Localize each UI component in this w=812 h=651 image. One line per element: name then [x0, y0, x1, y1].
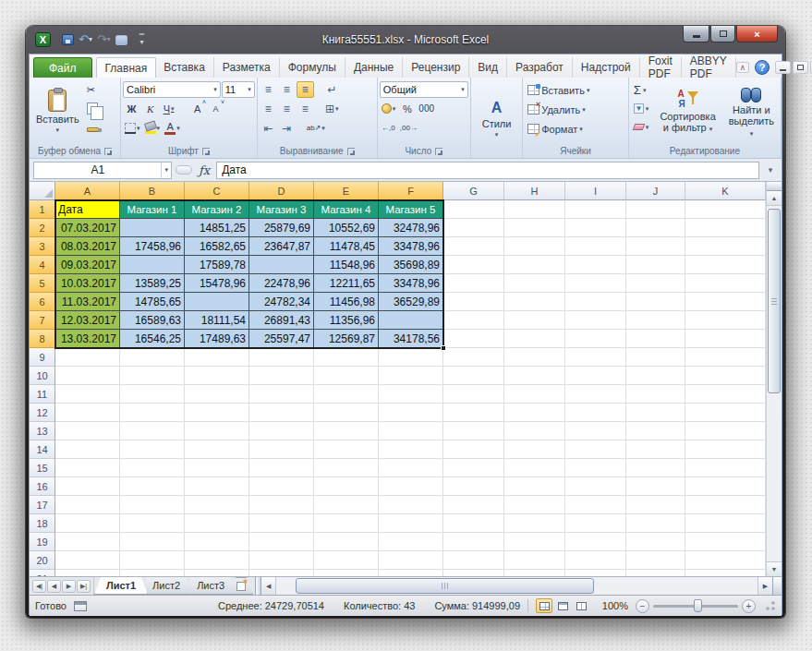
merge-center-button[interactable]: ⊞▾	[323, 101, 341, 117]
cell[interactable]	[626, 385, 685, 404]
scrollbar-end-splitter[interactable]	[772, 577, 782, 595]
cell[interactable]	[314, 551, 379, 570]
ribbon-tab[interactable]: Вид	[469, 57, 507, 78]
cell[interactable]: 11456,98	[314, 293, 379, 311]
cell[interactable]: 10552,69	[314, 219, 379, 237]
column-header[interactable]: G	[443, 182, 504, 200]
row-header[interactable]: 19	[30, 533, 55, 551]
cell[interactable]	[443, 348, 504, 367]
cell[interactable]: 22478,96	[249, 274, 314, 293]
cell[interactable]	[685, 219, 766, 237]
cell[interactable]	[443, 477, 504, 496]
cell[interactable]	[120, 367, 185, 385]
next-sheet-button[interactable]: ▶	[62, 580, 76, 593]
cell[interactable]	[443, 385, 504, 404]
column-header[interactable]: C	[185, 182, 249, 200]
wrap-text-button[interactable]: ↵	[323, 81, 341, 98]
fill-color-button[interactable]: ▾	[143, 120, 163, 137]
cell[interactable]	[565, 219, 626, 237]
ribbon-tab[interactable]: Данные	[345, 57, 403, 78]
cell[interactable]	[55, 570, 120, 576]
cell[interactable]	[626, 551, 685, 570]
cell[interactable]	[55, 367, 120, 385]
cell[interactable]	[685, 477, 766, 496]
cell[interactable]	[443, 570, 504, 576]
row-header[interactable]: 5	[30, 274, 55, 293]
column-header[interactable]: I	[565, 182, 626, 200]
cell[interactable]	[565, 514, 626, 533]
row-header[interactable]: 9	[30, 348, 55, 367]
cell[interactable]: 32478,96	[379, 219, 443, 237]
insert-function-icon[interactable]: ƒx	[196, 163, 212, 177]
cell[interactable]: 09.03.2017	[55, 256, 120, 274]
cell[interactable]	[443, 551, 504, 570]
cell[interactable]	[565, 348, 626, 367]
cell[interactable]	[314, 440, 379, 459]
cell[interactable]	[565, 496, 626, 514]
cell[interactable]	[565, 311, 626, 330]
cell[interactable]	[565, 237, 626, 256]
cell[interactable]: 16546,25	[120, 330, 185, 348]
save-button[interactable]	[61, 34, 75, 45]
ribbon-tab[interactable]: Foxit PDF	[640, 57, 682, 78]
cell[interactable]	[379, 551, 443, 570]
cell[interactable]	[185, 496, 249, 514]
row-header[interactable]: 7	[30, 311, 55, 330]
cell[interactable]	[626, 330, 685, 348]
cell[interactable]	[626, 293, 685, 311]
cell[interactable]	[685, 311, 766, 330]
cell[interactable]	[626, 237, 685, 256]
cell[interactable]	[504, 514, 565, 533]
cell[interactable]	[565, 293, 626, 311]
cell[interactable]: 25879,69	[249, 219, 314, 237]
cell[interactable]	[185, 348, 249, 367]
format-cells-button[interactable]: Формат▾	[525, 120, 626, 138]
ribbon-tab[interactable]: Главная	[96, 57, 157, 78]
cell[interactable]	[249, 533, 314, 551]
cell[interactable]	[314, 404, 379, 422]
select-all-button[interactable]	[30, 182, 55, 200]
cell[interactable]	[626, 477, 685, 496]
cell[interactable]	[249, 422, 314, 440]
paste-button[interactable]: Вставить▾	[31, 79, 84, 144]
cell[interactable]	[685, 404, 766, 422]
cell[interactable]	[565, 256, 626, 274]
cell[interactable]	[379, 533, 443, 551]
cell[interactable]	[565, 274, 626, 293]
cell[interactable]	[379, 570, 443, 576]
cell[interactable]	[120, 256, 185, 274]
cell[interactable]	[379, 459, 443, 477]
cell[interactable]	[185, 422, 249, 440]
align-left-button[interactable]: ≡	[260, 101, 277, 117]
cell[interactable]	[685, 496, 766, 514]
cell[interactable]	[185, 385, 249, 404]
cell[interactable]	[314, 348, 379, 367]
align-top-button[interactable]: ≡	[260, 81, 277, 98]
cell[interactable]	[379, 496, 443, 514]
cell[interactable]	[249, 367, 314, 385]
cell[interactable]	[626, 256, 685, 274]
cell[interactable]	[314, 514, 379, 533]
format-painter-button[interactable]	[84, 118, 106, 136]
cell[interactable]	[443, 514, 504, 533]
cell[interactable]: 16582,65	[185, 237, 249, 256]
row-header[interactable]: 13	[30, 422, 55, 440]
copy-button[interactable]: ▾	[84, 100, 106, 117]
cell[interactable]: 25597,47	[249, 330, 314, 348]
comma-style-button[interactable]: 000	[417, 101, 436, 117]
vertical-scroll-thumb[interactable]	[768, 209, 781, 393]
cell[interactable]: 11356,96	[314, 311, 379, 330]
formula-input[interactable]: Дата	[216, 162, 759, 179]
cell[interactable]	[55, 514, 120, 533]
ribbon-tab[interactable]: Надстрой	[573, 57, 640, 78]
cell[interactable]	[626, 200, 685, 219]
insert-worksheet-button[interactable]	[229, 577, 253, 595]
horizontal-scrollbar[interactable]: ◀ ▶	[261, 577, 782, 595]
row-header[interactable]: 4	[30, 256, 55, 274]
cell[interactable]	[504, 496, 565, 514]
dropdown-icon[interactable]: ▾	[89, 33, 92, 46]
row-header[interactable]: 14	[30, 440, 55, 459]
cell[interactable]	[443, 311, 504, 330]
dialog-launcher-icon[interactable]	[347, 148, 355, 155]
cell[interactable]	[55, 459, 120, 477]
